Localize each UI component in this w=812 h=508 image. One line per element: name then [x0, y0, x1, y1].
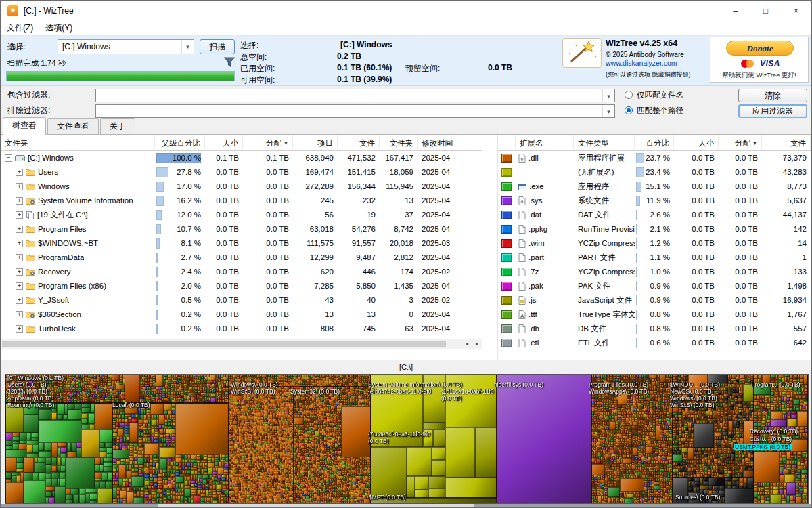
tab-2[interactable]: 关于 — [100, 118, 135, 134]
scroll-left-arrow[interactable]: ◄ — [462, 339, 472, 349]
tree-row[interactable]: +TurboDesk0.2 %0.0 TB0.0 TB808745632025-… — [1, 322, 482, 336]
expand-icon[interactable]: + — [16, 197, 23, 205]
column-header[interactable]: 修改时间 — [418, 135, 482, 150]
expand-icon[interactable]: + — [16, 226, 23, 233]
tree-row[interactable]: +[19 文件在 C:\]12.0 %0.0 TB0.0 TB561937202… — [1, 208, 482, 222]
column-header[interactable]: 项目 — [293, 135, 338, 150]
column-header[interactable]: 文件夹 — [380, 135, 418, 150]
tree-row[interactable]: +Program Files (x86)2.0 %0.0 TB0.0 TB7,2… — [1, 279, 482, 293]
tree-row[interactable]: +Users27.8 %0.0 TB0.0 TB169,474151,41518… — [1, 165, 482, 179]
cell-alloc: 0.0 TB — [243, 293, 293, 308]
ext-row[interactable]: .dbDB 文件0.8 %0.0 TB0.0 TB557 — [498, 322, 811, 336]
menu-item[interactable]: 选项(Y) — [39, 21, 78, 35]
ext-row[interactable]: .dll应用程序扩展23.7 %0.0 TB0.0 TB73,379 — [498, 151, 811, 165]
cell-alloc: 0.0 TB — [719, 322, 762, 336]
expand-icon[interactable]: + — [16, 254, 23, 261]
column-header[interactable]: 文件夹 — [1, 135, 155, 150]
tab-1[interactable]: 文件查看 — [47, 118, 99, 134]
column-header[interactable]: 分配▼ — [719, 135, 762, 150]
scroll-right-arrow[interactable]: ► — [472, 339, 482, 349]
menu-item[interactable]: 文件(Z) — [1, 21, 39, 35]
expand-icon[interactable]: + — [16, 297, 23, 304]
filter-funnel-icon[interactable] — [224, 57, 235, 67]
ext-row[interactable]: (无扩展名)23.4 %0.0 TB0.0 TB43,283 — [498, 165, 811, 179]
treemap-label: Local\ (0.0 TB) — [112, 402, 150, 408]
percent-cell: 2.6 % — [635, 208, 674, 222]
wiztree-window: ★ [C:] - WizTree – □ × 文件(Z)选项(Y) 选择: [C… — [0, 0, 812, 508]
drive-select[interactable]: [C:] Windows ▾ — [58, 39, 194, 54]
expand-icon[interactable]: + — [16, 240, 23, 247]
tree-row[interactable]: +Program Files10.7 %0.0 TB0.0 TB63,01854… — [1, 222, 482, 236]
bottom-scrollbar-thumb[interactable] — [158, 504, 474, 508]
scrollbar-thumb[interactable] — [2, 341, 446, 347]
website-link[interactable]: www.diskanalyzer.com — [606, 59, 677, 67]
cell-folders: 20,018 — [380, 236, 418, 251]
column-header[interactable]: 文件 — [338, 135, 380, 150]
tree-row[interactable]: +Recovery2.4 %0.0 TB0.0 TB6204461742025-… — [1, 265, 482, 279]
column-header[interactable]: 父级百分比 — [155, 135, 205, 150]
donate-button[interactable]: Donate — [726, 41, 794, 56]
ext-row[interactable]: .sys系统文件11.9 %0.0 TB0.0 TB5,637 — [498, 194, 811, 208]
cell-items: 245 — [293, 194, 338, 208]
column-header[interactable]: 大小 — [674, 135, 719, 150]
tree-horizontal-scrollbar[interactable]: ◄ ► — [1, 339, 482, 349]
tree-row[interactable]: +System Volume Information16.2 %0.0 TB0.… — [1, 194, 482, 208]
ext-row[interactable]: .jsJavaScript 文件0.9 %0.0 TB0.0 TB16,934 — [498, 293, 811, 308]
tree-row[interactable]: +Windows17.0 %0.0 TB0.0 TB272,289156,344… — [1, 179, 482, 194]
cell-alloc: 0.0 TB — [719, 236, 762, 251]
color-swatch-cell — [498, 236, 516, 251]
copyright: © 2025 Antibody Software — [606, 51, 684, 58]
folder-name: $WINDOWS.~BT — [38, 236, 98, 251]
expand-icon[interactable]: + — [16, 311, 23, 318]
treemap-label: $MFT (0.0 TB) — [369, 494, 406, 501]
column-header[interactable] — [498, 135, 516, 150]
ext-row[interactable]: .etlETL 文件0.6 %0.0 TB0.0 TB642 — [498, 336, 811, 350]
treemap-label: WindowsApps\ (0.0 TB) — [589, 389, 649, 395]
ext-row[interactable]: A.ttfTrueType 字体文0.8 %0.0 TB0.0 TB1,767 — [498, 308, 811, 322]
tab-0[interactable]: 树查看 — [3, 117, 46, 135]
chevron-down-icon: ▾ — [602, 105, 614, 117]
tree-row[interactable]: +$360Section0.2 %0.0 TB0.0 TB131302025-0… — [1, 308, 482, 322]
column-header[interactable]: 文件类型 — [574, 135, 635, 150]
minimize-button[interactable]: – — [720, 1, 750, 21]
ext-row[interactable]: .datDAT 文件2.6 %0.0 TB0.0 TB44,137 — [498, 208, 811, 222]
column-header[interactable]: 扩展名 — [516, 135, 574, 150]
color-swatch-cell — [498, 336, 516, 350]
tree-row[interactable]: +Y_JSsoft0.5 %0.0 TB0.0 TB434032025-02 — [1, 293, 482, 308]
maximize-button[interactable]: □ — [750, 1, 781, 21]
column-header[interactable]: 分配▼ — [243, 135, 293, 150]
expand-icon[interactable]: + — [16, 183, 23, 190]
bottom-scrollbar[interactable] — [1, 504, 811, 508]
extension-cell: A.ttf — [516, 308, 574, 322]
match-filename-radio[interactable] — [625, 91, 633, 99]
ext-row[interactable]: .7zYCZip Compress1.0 %0.0 TB0.0 TB133 — [498, 265, 811, 279]
cell-size: 0.1 TB — [205, 151, 243, 165]
column-header[interactable]: 大小 — [205, 135, 243, 150]
expand-icon[interactable]: + — [16, 268, 23, 276]
ext-row[interactable]: .pakPAK 文件0.9 %0.0 TB0.0 TB1,498 — [498, 279, 811, 293]
collapse-icon[interactable]: − — [5, 154, 12, 162]
expand-icon[interactable]: + — [16, 325, 23, 333]
ext-row[interactable]: .ppkgRunTime Provisi2.1 %0.0 TB0.0 TB142 — [498, 222, 811, 236]
exclude-filter-input[interactable]: ▾ — [95, 104, 615, 118]
expand-icon[interactable]: + — [16, 282, 23, 290]
column-header[interactable]: 百分比 — [635, 135, 674, 150]
treemap-label: USMT.PPKG (0.0 TB) — [734, 444, 792, 450]
clear-filter-button[interactable]: 清除 — [738, 89, 807, 102]
apply-filter-button[interactable]: 应用过滤器 — [738, 104, 807, 118]
match-path-radio[interactable] — [625, 106, 633, 114]
tree-row[interactable]: +ProgramData2.7 %0.0 TB0.0 TB12,2999,487… — [1, 251, 482, 265]
treemap-label: Users\ (0.0 TB) — [7, 382, 46, 388]
scan-button[interactable]: 扫描 — [200, 39, 235, 54]
expand-icon[interactable]: + — [16, 169, 23, 176]
tree-row[interactable]: +$WINDOWS.~BT8.1 %0.0 TB0.0 TB111,57591,… — [1, 236, 482, 251]
include-filter-input[interactable]: ▾ — [95, 89, 615, 102]
tree-row[interactable]: −[C:] Windows100.0 %0.1 TB0.1 TB638,9494… — [1, 151, 482, 165]
ext-row[interactable]: .exe应用程序15.1 %0.0 TB0.0 TB8,773 — [498, 179, 811, 194]
expand-icon[interactable]: + — [16, 211, 23, 219]
ext-row[interactable]: .partPART 文件1.1 %0.0 TB0.0 TB1 — [498, 251, 811, 265]
ext-row[interactable]: .wimYCZip Compress1.2 %0.0 TB0.0 TB14 — [498, 236, 811, 251]
column-header[interactable]: 文件 — [762, 135, 811, 150]
close-button[interactable]: × — [781, 1, 811, 21]
cell-alloc: 0.0 TB — [719, 151, 762, 165]
